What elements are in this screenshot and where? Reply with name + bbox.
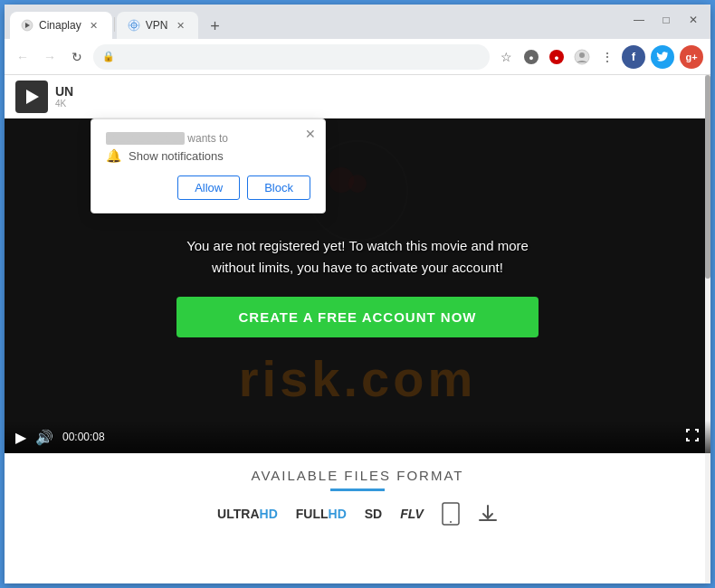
popup-site: ■■■■■■■■■■■■ wants to [106, 132, 310, 145]
extension-icon-2[interactable]: ● [546, 46, 567, 68]
logo-subtitle: 4K [55, 99, 73, 109]
new-tab-button[interactable]: + [202, 14, 227, 39]
tab-cinaplay-close[interactable]: ✕ [87, 18, 101, 33]
svg-point-11 [579, 52, 585, 58]
address-input[interactable] [93, 44, 490, 70]
logo-text-area: UN 4K [55, 84, 73, 109]
maximize-button[interactable]: □ [660, 14, 672, 26]
site-logo: UN 4K [15, 81, 73, 113]
video-message: You are not registered yet! To watch thi… [186, 235, 529, 279]
cinaplay-favicon-icon [21, 19, 33, 32]
popup-wants-text: wants to [187, 132, 228, 145]
create-account-button[interactable]: CREATE A FREE ACCOUNT NOW [176, 297, 539, 337]
svg-text:●: ● [529, 53, 533, 62]
refresh-button[interactable]: ↻ [66, 46, 88, 68]
site-header: UN 4K [5, 75, 710, 119]
popup-close-button[interactable]: ✕ [305, 127, 316, 141]
format-ultrahd: ULTRAHD [217, 507, 278, 521]
tab-vpn-label: VPN [146, 19, 168, 32]
content-area: UN 4K risk.com You are not register [5, 75, 710, 583]
logo-icon [15, 81, 48, 113]
google-plus-icon[interactable]: g+ [680, 45, 703, 69]
extension-icon-1[interactable]: ● [520, 46, 542, 68]
formats-underline [330, 488, 385, 491]
forward-button[interactable]: → [39, 46, 61, 68]
logo-title: UN [55, 84, 73, 99]
format-fullhd-label: FULLHD [296, 507, 347, 521]
video-controls: ▶ 🔊 00:00:08 [5, 421, 710, 453]
video-message-line1: You are not registered yet! To watch thi… [186, 238, 529, 253]
tab-cinaplay[interactable]: Cinaplay ✕ [10, 12, 112, 39]
tab-cinaplay-label: Cinaplay [39, 19, 81, 32]
popup-permission-label: Show notifications [129, 149, 224, 163]
video-message-line2: without limits, you have to activate you… [212, 260, 503, 275]
lock-icon: 🔒 [102, 51, 115, 62]
toolbar-right: ☆ ● ● ⋮ [495, 45, 703, 69]
notification-popup: ✕ ■■■■■■■■■■■■ wants to 🔔 Show notificat… [91, 119, 326, 213]
format-mobile [442, 502, 460, 526]
available-formats-title: AVAILABLE FILES FORMAT [19, 468, 696, 483]
format-flv-label: FLV [400, 507, 424, 521]
format-flv: FLV [400, 507, 424, 521]
social-icons: f g+ [622, 45, 703, 69]
minimize-button[interactable]: — [633, 14, 645, 26]
format-sd: SD [365, 507, 382, 521]
star-icon[interactable]: ☆ [495, 46, 517, 68]
tab-vpn-close[interactable]: ✕ [173, 18, 187, 33]
address-bar-wrapper: 🔒 [93, 44, 490, 70]
format-fullhd: FULLHD [296, 507, 347, 521]
tab-separator [114, 17, 115, 32]
back-button[interactable]: ← [12, 46, 33, 68]
popup-permission-row: 🔔 Show notifications [106, 148, 310, 163]
volume-button[interactable]: 🔊 [35, 429, 53, 446]
bottom-section: AVAILABLE FILES FORMAT ULTRAHD FULLHD SD… [5, 453, 710, 540]
popup-buttons: Allow Block [106, 175, 310, 200]
formats-row: ULTRAHD FULLHD SD FLV [19, 502, 696, 526]
tab-vpn[interactable]: VPN ✕ [117, 12, 199, 39]
vpn-favicon-icon [128, 19, 140, 32]
video-watermark: risk.com [5, 349, 710, 408]
window-controls: — □ ✕ [633, 14, 700, 26]
menu-icon[interactable]: ⋮ [596, 46, 618, 68]
svg-point-17 [450, 521, 452, 523]
svg-point-15 [348, 175, 367, 193]
fullscreen-button[interactable] [685, 428, 700, 446]
address-bar-row: ← → ↻ 🔒 ☆ ● ● [5, 39, 710, 75]
twitter-icon[interactable] [651, 45, 674, 69]
popup-site-blurred: ■■■■■■■■■■■■ [106, 132, 185, 145]
format-download[interactable] [478, 504, 498, 524]
svg-text:●: ● [554, 53, 558, 62]
close-button[interactable]: ✕ [687, 14, 700, 26]
scrollbar[interactable] [705, 75, 710, 583]
block-button[interactable]: Block [247, 175, 310, 200]
svg-marker-12 [26, 90, 39, 104]
bell-icon: 🔔 [106, 148, 121, 163]
format-ultrahd-label: ULTRAHD [217, 507, 278, 521]
profile-icon[interactable] [571, 46, 593, 68]
scrollbar-thumb [705, 75, 710, 279]
time-display: 00:00:08 [62, 431, 105, 443]
play-button[interactable]: ▶ [15, 429, 26, 446]
facebook-icon[interactable]: f [622, 45, 645, 69]
format-sd-label: SD [365, 507, 382, 521]
allow-button[interactable]: Allow [177, 175, 240, 200]
tab-bar: Cinaplay ✕ VPN ✕ + [5, 5, 710, 39]
